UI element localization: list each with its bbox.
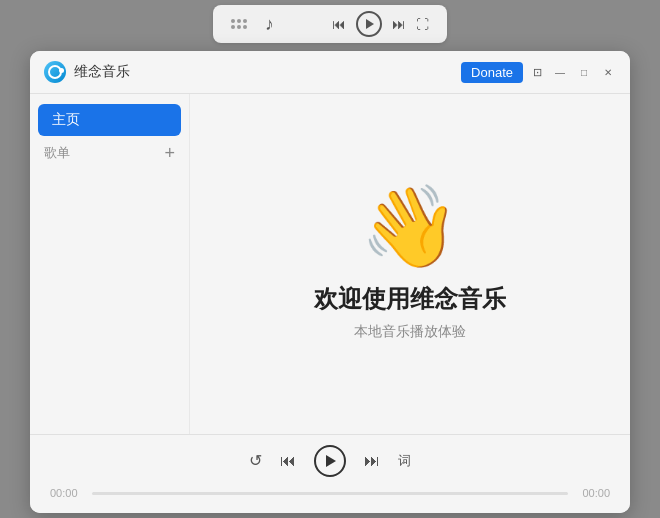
progress-bar[interactable] xyxy=(92,492,568,495)
donate-button[interactable]: Donate xyxy=(461,62,523,83)
maximize-button[interactable]: □ xyxy=(576,64,592,80)
welcome-title: 欢迎使用维念音乐 xyxy=(314,283,506,315)
mini-next-button[interactable]: ⏭ xyxy=(392,17,406,31)
app-icon xyxy=(44,61,66,83)
app-window: 维念音乐 Donate ⊡ — □ ✕ 主页 歌单 + 👋 欢迎使用维念音乐 本… xyxy=(30,51,630,513)
mini-controls: ⏮ ⏭ ⛶ xyxy=(332,11,429,37)
expand-icon[interactable]: ⛶ xyxy=(416,17,429,32)
player-controls: ↺ ⏮ ⏭ 词 xyxy=(50,445,610,477)
titlebar-controls: Donate ⊡ — □ ✕ xyxy=(461,62,616,83)
repeat-button[interactable]: ↺ xyxy=(249,453,262,469)
mini-toolbar: ♪ ⏮ ⏭ ⛶ xyxy=(213,5,447,43)
next-button[interactable]: ⏭ xyxy=(364,453,380,469)
time-total: 00:00 xyxy=(576,487,610,499)
welcome-subtitle: 本地音乐播放体验 xyxy=(354,323,466,341)
wave-emoji: 👋 xyxy=(360,187,460,267)
add-playlist-button[interactable]: + xyxy=(164,144,175,162)
app-icon-inner xyxy=(48,65,62,79)
compact-mode-icon[interactable]: ⊡ xyxy=(531,64,544,81)
titlebar: 维念音乐 Donate ⊡ — □ ✕ xyxy=(30,51,630,94)
play-button[interactable] xyxy=(314,445,346,477)
time-current: 00:00 xyxy=(50,487,84,499)
drag-handle[interactable] xyxy=(231,19,247,29)
sidebar: 主页 歌单 + xyxy=(30,94,190,434)
app-title: 维念音乐 xyxy=(74,63,130,81)
progress-area: 00:00 00:00 xyxy=(50,487,610,499)
sidebar-playlist-label: 歌单 xyxy=(44,144,70,162)
lyrics-button[interactable]: 词 xyxy=(398,452,411,470)
music-icon: ♪ xyxy=(265,14,274,35)
sidebar-playlist-section: 歌单 + xyxy=(30,136,189,166)
welcome-area: 👋 欢迎使用维念音乐 本地音乐播放体验 xyxy=(190,94,630,434)
minimize-button[interactable]: — xyxy=(552,64,568,80)
close-button[interactable]: ✕ xyxy=(600,64,616,80)
sidebar-item-home[interactable]: 主页 xyxy=(38,104,181,136)
player-bar: ↺ ⏮ ⏭ 词 00:00 00:00 xyxy=(30,434,630,513)
prev-button[interactable]: ⏮ xyxy=(280,453,296,469)
mini-play-button[interactable] xyxy=(356,11,382,37)
mini-prev-button[interactable]: ⏮ xyxy=(332,17,346,31)
main-content: 主页 歌单 + 👋 欢迎使用维念音乐 本地音乐播放体验 xyxy=(30,94,630,434)
